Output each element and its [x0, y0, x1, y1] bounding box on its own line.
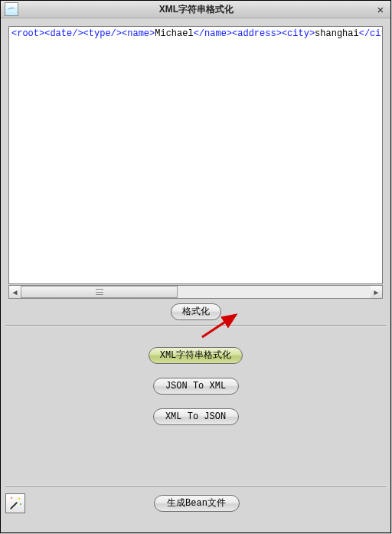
scroll-track[interactable]: [21, 285, 371, 299]
horizontal-scrollbar[interactable]: ◄ ►: [8, 285, 383, 299]
actions-panel: XML字符串格式化 JSON To XML XML To JSON: [5, 325, 386, 486]
svg-rect-0: [10, 502, 18, 509]
xml-to-json-button[interactable]: XML To JSON: [153, 408, 239, 425]
format-button[interactable]: 格式化: [171, 303, 221, 320]
xml-content: <root><date/><type/><name>Michael</name>…: [9, 27, 382, 41]
format-row: 格式化: [8, 299, 383, 325]
app-icon: [5, 2, 18, 16]
scroll-left-icon[interactable]: ◄: [8, 285, 21, 299]
input-panel: <root><date/><type/><name>Michael</name>…: [1, 18, 390, 325]
gen-bean-button[interactable]: 生成Bean文件: [154, 495, 240, 512]
json-to-xml-button[interactable]: JSON To XML: [153, 378, 239, 395]
svg-point-1: [18, 498, 21, 500]
xml-format-button[interactable]: XML字符串格式化: [149, 347, 243, 364]
svg-point-2: [11, 497, 12, 499]
bottom-panel: 生成Bean文件: [1, 486, 390, 520]
window-title: XML字符串格式化: [18, 3, 374, 16]
svg-point-3: [20, 503, 21, 505]
scroll-thumb[interactable]: [21, 286, 178, 298]
close-icon[interactable]: ×: [374, 4, 387, 15]
wand-icon[interactable]: [5, 493, 25, 513]
scroll-right-icon[interactable]: ►: [371, 285, 383, 299]
app-window: XML字符串格式化 × <root><date/><type/><name>Mi…: [0, 0, 391, 533]
title-bar: XML字符串格式化 ×: [1, 1, 390, 18]
xml-textarea[interactable]: <root><date/><type/><name>Michael</name>…: [8, 26, 383, 284]
